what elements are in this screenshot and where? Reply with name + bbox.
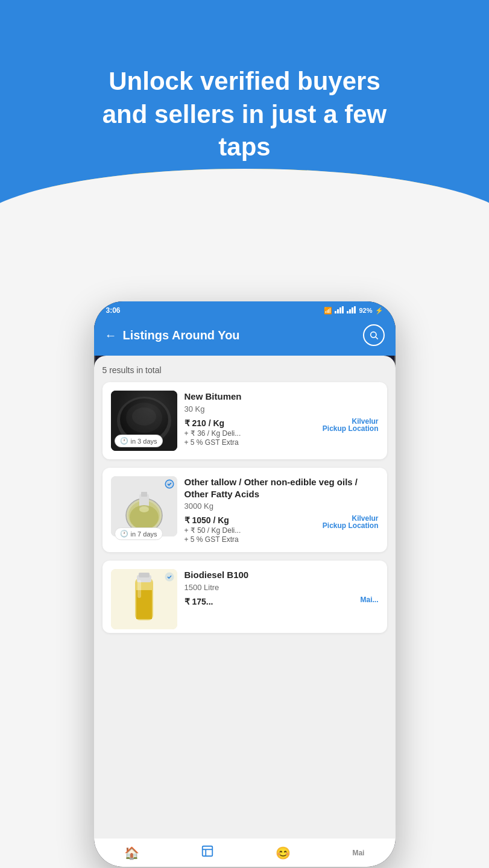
back-button[interactable]: ← [105,329,117,342]
timer-badge: 🕐 in 3 days [115,435,163,447]
svg-rect-1 [337,309,339,313]
listing-card[interactable]: 🕐 in 7 days Other [103,468,387,552]
hero-title: Unlock verified buyers and sellers in ju… [76,65,414,164]
price-location-row: ₹ 1050 / Kg + ₹ 50 / Kg Deli... + 5 % GS… [185,515,379,544]
status-right: 📶 92% [324,306,383,315]
card-inner: 🕐 in 3 days New Bitumen 30 Kg ₹ 210 / Kg… [111,391,379,451]
more-icon: Mai [352,849,364,857]
card-details: Biodiesel B100 1500 Litre ₹ 175... Mai..… [185,569,379,629]
card-details: Other tallow / Other non-edible veg oils… [185,476,379,544]
signal-icon-1 [335,306,344,315]
card-pickup: Pickup Location [323,521,379,530]
card-image-wrap: 🕐 in 3 days [111,391,177,451]
battery-text: 92% [359,307,372,314]
verified-icon [164,479,175,492]
svg-point-22 [165,480,174,489]
svg-rect-5 [349,309,351,313]
card-delivery: + ₹ 36 / Kg Deli... [185,429,241,438]
battery-icon: ⚡ [375,307,383,315]
card-location: Mai... [360,596,378,604]
svg-rect-0 [335,311,336,313]
card-price: ₹ 175... [185,597,213,606]
wifi-icon: 📶 [324,307,332,315]
svg-rect-19 [141,492,147,497]
clock-icon: 🕐 [120,530,128,538]
card-inner: Biodiesel B100 1500 Litre ₹ 175... Mai..… [111,569,379,629]
svg-rect-6 [352,307,353,313]
svg-rect-3 [342,306,344,313]
timer-text: in 7 days [131,530,157,538]
svg-point-13 [126,403,162,433]
card-image-wrap: 🕐 in 7 days [111,476,177,544]
card-delivery: + ₹ 50 / Kg Deli... [185,526,241,535]
price-block: ₹ 175... [185,597,213,608]
svg-point-21 [139,506,149,512]
price-block: ₹ 210 / Kg + ₹ 36 / Kg Deli... + 5 % GST… [185,418,241,447]
phone-area: 3:06 📶 [0,301,489,868]
home-icon: 🏠 [124,846,139,860]
clock-icon: 🕐 [120,437,128,445]
verified-icon-2 [164,571,175,585]
svg-point-29 [165,573,174,582]
svg-rect-2 [339,307,341,313]
status-bar: 3:06 📶 [94,301,396,317]
card-title: Other tallow / Other non-edible veg oils… [185,476,379,500]
nav-item-listings[interactable] [201,844,214,861]
location-block: Mai... [360,597,378,604]
status-time: 3:06 [106,306,121,315]
svg-point-14 [132,407,156,426]
listing-card[interactable]: 🕐 in 3 days New Bitumen 30 Kg ₹ 210 / Kg… [103,382,387,459]
card-gst: + 5 % GST Extra [185,535,241,544]
messages-icon: 😊 [276,846,291,860]
svg-rect-30 [203,846,213,857]
svg-rect-26 [139,573,150,577]
location-block: Kilvelur Pickup Location [323,418,379,433]
listing-card[interactable]: Biodiesel B100 1500 Litre ₹ 175... Mai..… [103,561,387,633]
card-inner: 🕐 in 7 days Other [111,476,379,544]
svg-rect-7 [354,306,356,313]
nav-item-more[interactable]: Mai [352,849,364,857]
location-block: Kilvelur Pickup Location [323,515,379,530]
results-count: 5 results in total [103,365,387,375]
hero-ellipse [0,169,489,253]
signal-icon-2 [347,306,356,315]
bottom-nav: 🏠 😊 Mai [94,838,396,867]
svg-line-9 [376,337,378,339]
listings-icon [201,844,214,861]
svg-rect-28 [137,580,141,598]
card-qty: 30 Kg [185,404,379,414]
app-content: 5 results in total [94,356,396,838]
card-price: ₹ 210 / Kg [185,418,241,428]
price-block: ₹ 1050 / Kg + ₹ 50 / Kg Deli... + 5 % GS… [185,515,241,544]
card-pickup: Pickup Location [323,424,379,433]
hero-section: Unlock verified buyers and sellers in ju… [0,0,489,253]
nav-item-messages[interactable]: 😊 [276,846,291,860]
nav-item-home[interactable]: 🏠 [124,846,139,860]
svg-rect-4 [347,311,349,313]
card-title: New Bitumen [185,391,379,403]
card-qty: 1500 Litre [185,583,379,592]
price-location-row: ₹ 175... Mai... [185,597,379,608]
timer-badge: 🕐 in 7 days [115,527,163,540]
phone-mockup: 3:06 📶 [94,301,396,867]
search-button[interactable] [363,324,385,346]
price-location-row: ₹ 210 / Kg + ₹ 36 / Kg Deli... + 5 % GST… [185,418,379,447]
app-header-title: Listings Around You [123,329,240,342]
card-gst: + 5 % GST Extra [185,438,241,447]
card-price: ₹ 1050 / Kg [185,515,241,525]
timer-text: in 3 days [131,438,157,445]
card-details: New Bitumen 30 Kg ₹ 210 / Kg + ₹ 36 / Kg… [185,391,379,451]
card-title: Biodiesel B100 [185,569,379,581]
app-header-left: ← Listings Around You [105,329,240,342]
svg-point-8 [370,332,376,338]
card-qty: 3000 Kg [185,502,379,511]
app-header: ← Listings Around You [94,317,396,356]
card-image-wrap [111,569,177,629]
